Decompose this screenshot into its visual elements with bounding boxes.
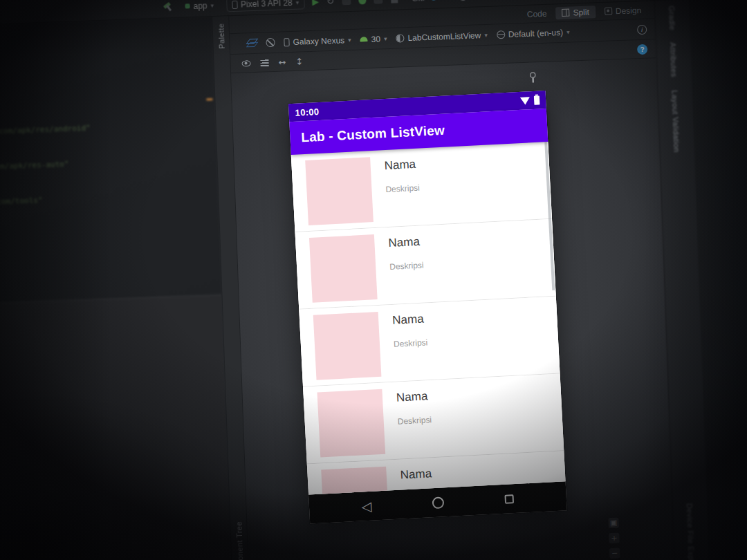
scrollbar-marker[interactable]	[206, 98, 212, 100]
design-icon	[605, 7, 612, 15]
key-icon	[530, 72, 535, 77]
run-config-dropdown[interactable]: app ▾	[180, 0, 219, 12]
debug-icon[interactable]	[358, 0, 366, 5]
item-title: Nama	[388, 234, 423, 250]
bottom-tool-panel	[0, 295, 232, 560]
app-title: Lab - Custom ListView	[301, 123, 445, 146]
phone-preview[interactable]: 10:00 Lab - Custom ListView	[288, 91, 567, 523]
item-title: Nama	[392, 312, 427, 328]
code-line: …t"	[0, 227, 94, 245]
stop-icon[interactable]: ■	[390, 0, 399, 3]
gradle-tab[interactable]: Gradle	[667, 6, 676, 30]
clear-design-icon[interactable]	[266, 38, 275, 47]
tab-design[interactable]: Design	[598, 3, 648, 18]
theme-label: LabCustomListView	[407, 30, 481, 43]
ide-screen: app ▾ Pixel 3 API 28 ▾ ▶ ↻ ■ Git: ↙ ✓ ↶	[0, 0, 747, 560]
list-item[interactable]: Nama Deskripsi	[299, 297, 560, 387]
image-placeholder	[305, 157, 374, 225]
chevron-down-icon: ▾	[484, 31, 488, 38]
run-config-label: app	[193, 1, 208, 11]
design-surface[interactable]: 10:00 Lab - Custom ListView	[231, 58, 675, 560]
git-group: Git: ↙ ✓ ↶	[412, 0, 481, 3]
device-dropdown[interactable]: Pixel 3 API 28 ▾	[226, 0, 305, 12]
component-tree-label: Component Tree	[234, 521, 245, 560]
android-studio-window: app ▾ Pixel 3 API 28 ▾ ▶ ↻ ■ Git: ↙ ✓ ↶	[0, 0, 747, 560]
image-placeholder	[313, 311, 382, 380]
code-line: ….com/apk/res-auto"	[0, 157, 92, 174]
virtual-device-dropdown[interactable]: Galaxy Nexus ▾	[284, 35, 351, 46]
attributes-tab[interactable]: Attributes	[669, 42, 679, 77]
git-label: Git:	[412, 0, 425, 3]
rerun-icon[interactable]: ↻	[326, 0, 334, 6]
surface-layers-icon[interactable]	[246, 39, 257, 48]
tab-design-label: Design	[616, 5, 642, 15]
split-icon	[562, 9, 569, 17]
api-level-dropdown[interactable]: 30 ▾	[360, 34, 387, 44]
image-placeholder	[317, 389, 385, 457]
back-icon: ◁	[361, 499, 372, 513]
chevron-down-icon: ▾	[384, 35, 387, 42]
list-item[interactable]: Nama Deskripsi	[303, 374, 564, 465]
palette-tab[interactable]: Palette	[216, 23, 225, 48]
list-item[interactable]: Nama Deskripsi	[291, 142, 552, 232]
image-placeholder	[321, 466, 389, 494]
run-button[interactable]: ▶	[312, 0, 319, 6]
wifi-icon	[520, 97, 531, 105]
item-texts: Nama Deskripsi	[391, 303, 428, 348]
list-view-icon[interactable]	[260, 59, 268, 66]
item-subtitle: Deskripsi	[397, 415, 432, 427]
chevron-down-icon: ▾	[566, 28, 570, 35]
tab-split[interactable]: Split	[555, 6, 596, 19]
item-subtitle: Deskripsi	[389, 260, 424, 272]
component-tree-tab[interactable]: Component Tree	[234, 521, 246, 560]
attach-debugger-icon[interactable]	[374, 0, 382, 4]
globe-icon	[497, 30, 505, 38]
code-line: …k.com/tools"	[0, 192, 93, 209]
tab-code[interactable]: Code	[521, 7, 553, 21]
history-clock-icon[interactable]	[459, 0, 467, 1]
strip-spacer	[678, 165, 690, 490]
device-file-explorer-tab[interactable]: Device File Explorer	[685, 503, 697, 560]
git-rollback-icon[interactable]: ↶	[473, 0, 481, 1]
profiler-icon[interactable]	[342, 0, 351, 5]
status-time: 10:00	[295, 106, 319, 118]
item-subtitle: Deskripsi	[385, 183, 420, 195]
zoom-out-button[interactable]: −	[609, 548, 620, 559]
locale-dropdown[interactable]: Default (en-us) ▾	[497, 27, 570, 39]
chevron-down-icon: ▾	[348, 36, 351, 43]
palette-label: Palette	[216, 23, 225, 48]
item-title: Nama	[384, 158, 418, 174]
git-update-icon[interactable]: ↙	[431, 0, 439, 2]
orientation-vertical-icon[interactable]: ↕	[295, 56, 303, 66]
device-icon	[232, 0, 237, 8]
android-icon	[360, 37, 368, 41]
list-item[interactable]: Nama Deskripsi	[295, 219, 556, 310]
item-texts: Nama Deskripsi	[396, 380, 432, 426]
build-hammer-icon[interactable]	[163, 2, 172, 12]
status-icons	[520, 95, 540, 105]
zoom-fit-button[interactable]: ▣	[608, 518, 619, 529]
git-commit-icon[interactable]: ✓	[445, 0, 452, 1]
locale-label: Default (en-us)	[508, 27, 564, 39]
design-pane: Code Split Design	[229, 1, 675, 560]
tab-code-label: Code	[527, 8, 547, 19]
theme-dropdown[interactable]: LabCustomListView ▾	[396, 30, 488, 43]
code-editor[interactable]: …lk.com/apk/res/android" ….com/apk/res-a…	[0, 17, 232, 560]
item-title: Nama	[396, 389, 431, 405]
home-icon	[432, 496, 445, 509]
item-title: Nama	[400, 467, 434, 483]
api-level-label: 30	[371, 34, 380, 44]
zoom-controls: ▣ + −	[608, 518, 620, 559]
battery-icon	[534, 95, 540, 104]
layout-validation-tab[interactable]: Layout Validation	[671, 90, 681, 153]
chevron-down-icon: ▾	[210, 2, 214, 9]
help-icon[interactable]: ?	[637, 44, 648, 55]
orientation-horizontal-icon[interactable]: ↔	[278, 57, 286, 67]
module-icon	[185, 3, 190, 8]
info-icon[interactable]: i	[637, 24, 647, 34]
zoom-in-button[interactable]: +	[609, 533, 620, 544]
virtual-device-label: Galaxy Nexus	[293, 35, 344, 47]
image-placeholder	[309, 234, 378, 303]
view-options-eye-icon[interactable]	[241, 60, 250, 66]
recents-icon	[505, 494, 515, 504]
